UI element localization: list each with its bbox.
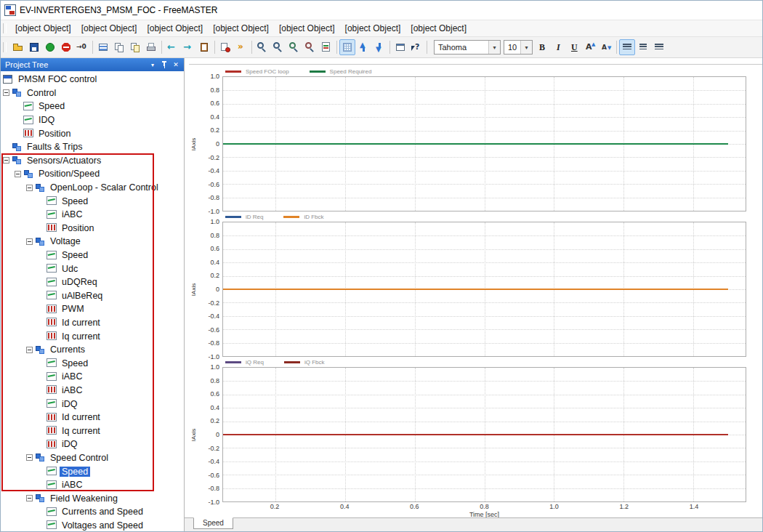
font-size-select[interactable]: 10 ▾	[504, 40, 533, 55]
tree-item[interactable]: IDQ	[1, 113, 184, 127]
close-icon[interactable]: ✕	[171, 60, 181, 70]
font-increase-icon[interactable]	[582, 39, 598, 55]
menu-item[interactable]: [object Object]	[274, 21, 340, 36]
tree-item[interactable]: uDQReq	[1, 275, 184, 289]
panel-menu-chevron-icon[interactable]: ▾	[148, 60, 158, 70]
zoom-pan-icon[interactable]	[270, 39, 286, 55]
separator	[92, 41, 93, 54]
tree-item[interactable]: Currents	[1, 343, 184, 357]
tree-item[interactable]: iABC	[1, 208, 184, 222]
menu-item[interactable]: [object Object]	[208, 21, 274, 36]
tree-item[interactable]: uAlBeReq	[1, 289, 184, 303]
x-tick-label: 1.4	[690, 503, 699, 510]
back-arrow-icon[interactable]	[164, 39, 180, 55]
zoom-off-icon	[304, 41, 316, 53]
zoom-in-icon[interactable]	[254, 39, 270, 55]
tree-item[interactable]: Sensors/Actuators	[1, 154, 184, 168]
x-tick-label: 0.8	[480, 503, 489, 510]
align-left-icon[interactable]	[619, 39, 635, 55]
tree-item[interactable]: Voltage	[1, 235, 184, 249]
move-up-icon[interactable]	[355, 39, 371, 55]
bold-icon[interactable]	[534, 39, 550, 55]
align-center-icon[interactable]	[635, 39, 651, 55]
menu-item[interactable]: [object Object]	[76, 21, 142, 36]
save-project-icon[interactable]	[26, 39, 42, 55]
grid-toggle-icon[interactable]	[339, 39, 355, 55]
align-right-icon[interactable]	[651, 39, 667, 55]
tree-item[interactable]: Control	[1, 86, 184, 100]
zoom-undo-icon[interactable]	[286, 39, 302, 55]
tree-item[interactable]: Faults & Trips	[1, 140, 184, 154]
tree-item[interactable]: Speed Control	[1, 451, 184, 465]
expander-minus-icon[interactable]	[2, 157, 11, 164]
tree-item[interactable]: Position	[1, 126, 184, 140]
tree-item[interactable]: OpenLoop - Scalar Control	[1, 181, 184, 195]
menu-item[interactable]: [object Object]	[10, 21, 76, 36]
context-help-icon[interactable]	[408, 39, 424, 55]
tree-item[interactable]: PWM	[1, 302, 184, 316]
tree-item[interactable]: Position	[1, 222, 184, 235]
tree-item[interactable]: iABC	[1, 370, 184, 384]
tree-item[interactable]: iDQ	[1, 438, 184, 451]
pin-icon[interactable]	[159, 60, 169, 70]
reset-icon[interactable]	[74, 39, 90, 55]
tree-item[interactable]: iABC	[1, 478, 184, 492]
expander-minus-icon[interactable]	[25, 347, 34, 353]
menu-item[interactable]: [object Object]	[142, 21, 208, 36]
watch-variable-icon[interactable]	[217, 39, 233, 55]
tree-item-label: Voltages and Speed	[60, 520, 145, 531]
move-down-icon[interactable]	[371, 39, 387, 55]
tree-item[interactable]: Speed	[1, 194, 184, 208]
tree-item[interactable]: Speed	[1, 249, 184, 262]
print-icon[interactable]	[143, 39, 159, 55]
variable-grid-icon[interactable]	[95, 39, 111, 55]
tree-item[interactable]: Iq current	[1, 424, 184, 438]
plot-area[interactable]	[222, 222, 746, 357]
tree-item[interactable]: Voltages and Speed	[1, 519, 184, 531]
go-communication-icon[interactable]	[42, 39, 58, 55]
y-tick-label: -0.6	[208, 181, 219, 188]
tree-item[interactable]: iABC	[1, 384, 184, 398]
copy-icon[interactable]	[111, 39, 127, 55]
properties-icon[interactable]	[392, 39, 408, 55]
chevron-down-icon[interactable]: ▾	[520, 41, 532, 54]
tree-item[interactable]: Currents and Speed	[1, 505, 184, 519]
menu-item[interactable]: [object Object]	[340, 21, 406, 36]
forward-arrow-icon[interactable]	[180, 39, 196, 55]
tree-item[interactable]: Id current	[1, 411, 184, 424]
tree-item[interactable]: Udc	[1, 262, 184, 275]
paste-icon[interactable]	[196, 39, 212, 55]
plot-area[interactable]	[222, 76, 746, 211]
tree-item[interactable]: Field Weakening	[1, 491, 184, 505]
menu-item[interactable]: [object Object]	[405, 21, 472, 36]
expander-minus-icon[interactable]	[25, 238, 34, 245]
tab-speed[interactable]: Speed	[193, 517, 233, 529]
open-project-icon[interactable]	[10, 39, 26, 55]
expander-minus-icon[interactable]	[25, 185, 34, 191]
tree-item-icon	[23, 116, 34, 125]
tree-item[interactable]: iDQ	[1, 397, 184, 411]
copy-page-icon[interactable]	[127, 39, 143, 55]
tree-item[interactable]: PMSM FOC control	[1, 73, 184, 86]
expander-minus-icon[interactable]	[2, 89, 11, 96]
tree-item[interactable]: Iq current	[1, 329, 184, 343]
tree-item[interactable]: Speed	[1, 464, 184, 478]
tree-item[interactable]: Position/Speed	[1, 167, 184, 181]
chevron-down-icon[interactable]: ▾	[488, 41, 500, 54]
italic-icon[interactable]	[550, 39, 566, 55]
zoom-off-icon[interactable]	[302, 39, 318, 55]
expander-minus-icon[interactable]	[25, 454, 34, 461]
expander-minus-icon[interactable]	[25, 495, 34, 501]
tree-item[interactable]: Id current	[1, 316, 184, 330]
plot-area[interactable]	[222, 367, 746, 502]
stop-communication-icon[interactable]	[58, 39, 74, 55]
tree-item[interactable]: Speed	[1, 100, 184, 113]
tree-item-label: Position	[60, 223, 96, 233]
expander-minus-icon[interactable]	[14, 171, 23, 177]
font-decrease-icon[interactable]	[598, 39, 614, 55]
underline-icon[interactable]	[566, 39, 582, 55]
run-script-icon[interactable]	[233, 39, 249, 55]
tree-item[interactable]: Speed	[1, 356, 184, 370]
font-name-select[interactable]: Tahoma ▾	[434, 40, 501, 55]
scope-view-icon[interactable]	[318, 39, 334, 55]
